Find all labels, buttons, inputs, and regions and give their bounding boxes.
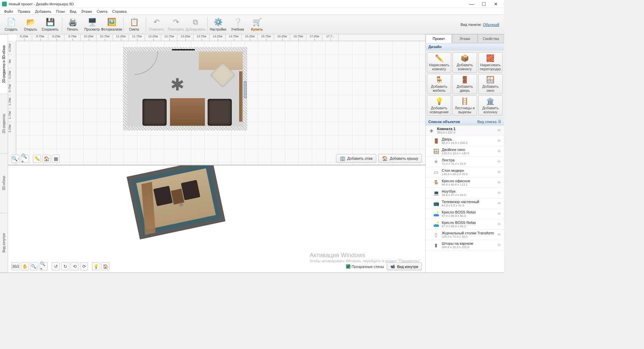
transparent-walls-checkbox[interactable]: Прозрачные стены (346, 264, 384, 269)
vtab-inside[interactable]: Вид изнутри (0, 213, 8, 272)
add-light-button[interactable]: 💡Добавить освещение (427, 95, 451, 116)
grid-toggle-button[interactable]: ▦ (52, 155, 60, 163)
menu-file[interactable]: Файл (2, 9, 15, 14)
save-button[interactable]: 💾Сохранить (41, 16, 59, 33)
list-item-door[interactable]: 🚪Дверь80.0 x 15.0 x 200.0👁 (426, 136, 504, 146)
tutorial-button[interactable]: ❔Учебник (228, 16, 247, 33)
settings-button[interactable]: ⚙️Настройки (209, 16, 227, 33)
visibility-toggle-icon[interactable]: 👁 (497, 211, 501, 216)
vtab-2d[interactable]: 2D-редактор (0, 94, 8, 153)
list-item-tv[interactable]: 📺Телевизор настенный64.3 x 5.5 x 41.0👁 (426, 198, 504, 209)
menu-view[interactable]: Вид (68, 9, 78, 14)
obj-chandelier[interactable] (167, 74, 188, 95)
obj-armchair-left[interactable] (142, 99, 167, 126)
open-button[interactable]: 📂Открыть (22, 16, 40, 33)
inside-view-button[interactable]: 📹Вид изнутри (387, 263, 422, 270)
view-button[interactable]: 🖥️Просмотр (83, 16, 101, 33)
light-toggle-button[interactable]: 💡 (92, 262, 100, 270)
add-column-button[interactable]: 🏛️Добавить колонну (478, 95, 503, 116)
room-3d[interactable] (127, 165, 225, 239)
add-room-button[interactable]: 📦Добавить комнату (453, 52, 477, 73)
duplicate-button[interactable]: ⧉Дублировать (186, 16, 205, 33)
visibility-toggle-icon[interactable]: 👁 (497, 201, 501, 206)
zoom-in-button[interactable]: 🔍+ (21, 155, 29, 163)
armchair-icon: 🛋️ (433, 211, 439, 217)
maximize-button[interactable]: ☐ (478, 0, 490, 8)
add-window-button[interactable]: 🪟Добавить окно (478, 74, 503, 94)
window-title: Новый проект - Дизайн Интерьера 3D (9, 2, 74, 6)
tab-floors[interactable]: Этажи (452, 34, 478, 43)
list-item-office-chair[interactable]: 🪑Кресло офисное66.6 x 66.6 x 113.1👁 (426, 178, 504, 188)
home-3d-button[interactable]: 🏠 (101, 262, 110, 270)
list-item-window[interactable]: 🪟Двойное окно130.0 x 15.0 x 140.0👁 (426, 146, 504, 157)
orbit-left-button[interactable]: ↺ (52, 262, 60, 270)
list-item-chandelier[interactable]: ✳Люстра72.4 x 72.4 x 24.8👁 (426, 157, 504, 167)
list-mode-toggle[interactable]: Вид списка ☰ (477, 119, 501, 124)
rotate-360-button[interactable]: 360 (11, 262, 19, 270)
estimate-button[interactable]: 📋Смета (125, 16, 143, 33)
photoreal-button[interactable]: 🖼️Фотореализм (102, 16, 121, 33)
undo-button[interactable]: ↶Отменить (147, 16, 166, 33)
obj-table-coffee[interactable] (170, 98, 205, 126)
zoom-out-button[interactable]: 🔍- (11, 155, 19, 163)
menu-plan[interactable]: План (54, 9, 67, 14)
visibility-toggle-icon[interactable]: 👁 (497, 232, 501, 237)
close-button[interactable]: ✕ (490, 0, 502, 8)
measure-button[interactable]: 📏 (33, 155, 41, 163)
viewport-3d[interactable]: Активация Windows Чтобы активировать Win… (8, 165, 425, 272)
home-view-button[interactable]: 🏠 (42, 155, 50, 163)
add-roof-button[interactable]: 🏠Добавить крышу (378, 154, 422, 163)
list-item-laptop[interactable]: 💻Ноутбук38.6 x 27.4 x 26.3👁 (426, 188, 504, 198)
room-plan[interactable] (123, 47, 247, 130)
add-door-button[interactable]: 🚪Добавить дверь (453, 74, 477, 94)
obj-window[interactable] (244, 81, 247, 98)
visibility-toggle-icon[interactable]: 👁 (497, 149, 501, 154)
create-button[interactable]: 📄Создать (2, 16, 20, 33)
add-floor-button[interactable]: 🏢Добавить этаж (336, 154, 376, 163)
menu-estimate[interactable]: Смета (95, 9, 110, 14)
menu-floors[interactable]: Этажи (79, 9, 94, 14)
menu-edit[interactable]: Правка (16, 9, 32, 14)
pan-button[interactable]: ✋ (21, 262, 29, 270)
add-furniture-button[interactable]: 🪑Добавить мебель (427, 74, 451, 94)
grid-2d[interactable] (16, 41, 425, 165)
vtab-3d[interactable]: 3D-обзор (0, 153, 8, 213)
print-button[interactable]: 🖨️Печать (63, 16, 82, 33)
obj-armchair-right[interactable] (208, 99, 232, 126)
tab-properties[interactable]: Свойства (478, 34, 504, 43)
menu-add[interactable]: Добавить (33, 9, 53, 14)
obj-curtains[interactable] (239, 71, 243, 122)
draw-wall-button[interactable]: 🧱Нарисовать перегородку (478, 52, 503, 73)
visibility-toggle-icon[interactable]: 👁 (497, 180, 501, 185)
panel-mode-link[interactable]: Обычный (483, 23, 499, 27)
minimize-button[interactable]: — (466, 0, 478, 8)
visibility-toggle-icon[interactable]: 👁 (497, 222, 501, 227)
visibility-toggle-icon[interactable]: 👁 (497, 243, 501, 247)
viewport-2d[interactable]: 8.25м 8.75м 9.25м 9.75м 10.25м 10.75м 11… (8, 34, 425, 165)
visibility-toggle-icon[interactable]: 👁 (497, 170, 501, 174)
buy-button[interactable]: 🛒Купить (248, 16, 266, 33)
tilt-down-button[interactable]: ⟳ (80, 262, 88, 270)
list-item-armchair-2[interactable]: 🛋️Кресло BOSS Relax67.0 x 80.9 x 86.3👁 (426, 219, 504, 230)
list-item-coffee-table[interactable]: ▯Журнальный столик Transform104.0 x 72.0… (426, 230, 504, 240)
vtab-2d-3d[interactable]: 2D-редактор и 3D-обзор (0, 34, 8, 94)
tilt-up-button[interactable]: ⟲ (71, 262, 79, 270)
draw-room-button[interactable]: ✏️Нарисовать комнату (427, 52, 451, 73)
stairs-cutouts-button[interactable]: 🪜Лестницы и вырезы (453, 95, 477, 116)
zoom-in-3d-button[interactable]: 🔍+ (40, 262, 48, 270)
redo-button[interactable]: ↷Повторить (167, 16, 185, 33)
list-item-curtains[interactable]: ▮Шторы на карнизе200.9 x 20.3 x 222.9👁 (426, 240, 504, 250)
visibility-toggle-icon[interactable]: 👁 (497, 128, 501, 133)
list-item-room[interactable]: ◈Комната 1354.0 x 237.0👁 (426, 125, 504, 136)
visibility-toggle-icon[interactable]: 👁 (497, 159, 501, 164)
list-item-armchair-1[interactable]: 🛋️Кресло BOSS Relax67.0 x 80.9 x 86.3👁 (426, 209, 504, 219)
visibility-toggle-icon[interactable]: 👁 (497, 139, 501, 143)
zoom-out-3d-button[interactable]: 🔍- (30, 262, 38, 270)
wall-icon: 🧱 (486, 54, 495, 62)
obj-tv[interactable] (172, 49, 195, 50)
visibility-toggle-icon[interactable]: 👁 (497, 191, 501, 195)
list-item-desk[interactable]: ▭Стол модерн145.0 x 60.2 x 78.0👁 (426, 167, 504, 178)
orbit-right-button[interactable]: ↻ (61, 262, 69, 270)
tab-project[interactable]: Проект (426, 34, 452, 43)
menu-help[interactable]: Справка (110, 9, 129, 14)
